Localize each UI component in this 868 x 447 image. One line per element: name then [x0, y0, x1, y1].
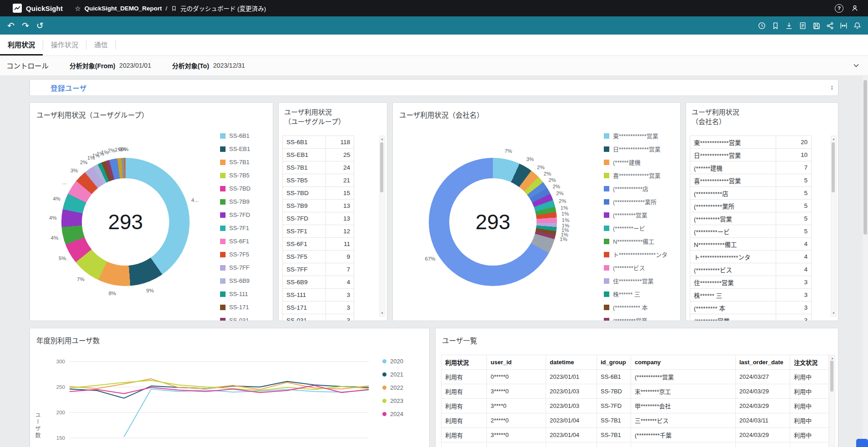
registered-users-link[interactable]: 登録ユーザ: [50, 82, 87, 93]
legend-item[interactable]: (************店: [604, 182, 679, 195]
table-row[interactable]: (***********店5: [690, 187, 812, 200]
legend-item[interactable]: (*********営業: [604, 208, 679, 221]
panel-scrollbar[interactable]: ▲: [829, 355, 835, 447]
column-header[interactable]: 注文状況: [790, 355, 829, 370]
legend-item[interactable]: ト****************ンタ: [604, 248, 679, 261]
favorite-star-icon[interactable]: ☆: [75, 5, 80, 12]
table-row[interactable]: (*********ービ5: [690, 225, 812, 238]
save-icon[interactable]: [812, 21, 821, 30]
table-row[interactable]: 利用有2*****02023/01/04SS-7B1三*******ビス2024…: [442, 413, 829, 428]
scroll-thumb[interactable]: [380, 142, 383, 192]
column-header[interactable]: datetime: [546, 355, 597, 370]
legend-item[interactable]: SS-7FF: [220, 261, 271, 274]
legend-item[interactable]: (*********営業: [604, 314, 679, 321]
redo-icon[interactable]: ↷: [22, 21, 29, 30]
table-row[interactable]: 利用有4*****02023/01/04SS-6B1(*****ムラ2024/0…: [442, 442, 829, 447]
legend-item[interactable]: N***********備工: [604, 235, 679, 248]
table-row[interactable]: SS-1113: [283, 289, 354, 301]
donut-ring[interactable]: [61, 158, 190, 286]
legend-item[interactable]: SS-EB1: [220, 142, 271, 156]
legend-item[interactable]: (*********** 本: [604, 301, 679, 314]
scroll-up-arrow[interactable]: ▲: [830, 357, 835, 360]
legend-item[interactable]: SS-7F5: [220, 248, 271, 261]
table-row[interactable]: SS-1713: [283, 301, 354, 314]
tab-operation[interactable]: 操作状況: [43, 35, 86, 55]
legend-item[interactable]: SS-111: [220, 287, 271, 301]
reset-icon[interactable]: ↺: [36, 21, 44, 30]
legend-item[interactable]: SS-7B9: [220, 195, 271, 208]
fit-width-icon[interactable]: [839, 21, 848, 30]
table-row[interactable]: SS-7B124: [283, 161, 354, 174]
legend-item[interactable]: SS-7B5: [220, 169, 271, 182]
legend-item[interactable]: SS-7F1: [220, 221, 271, 235]
table-row[interactable]: SS-7FF7: [283, 263, 354, 276]
resize-handle-icon[interactable]: ▲▼: [831, 85, 833, 90]
legend-item[interactable]: 喜*************営業: [604, 169, 679, 182]
table-row[interactable]: 利用有3****02023/01/03SS-7FD甲********会社2024…: [442, 399, 829, 413]
report-name[interactable]: QuickSight_DEMO_Report: [85, 5, 162, 12]
line-chart[interactable]: 150200250300: [30, 328, 429, 447]
column-header[interactable]: 利用状況: [442, 355, 487, 370]
history-icon[interactable]: [758, 21, 766, 30]
legend-item[interactable]: (*************業所: [604, 195, 679, 208]
scroll-thumb[interactable]: [832, 142, 835, 192]
tab-usage[interactable]: 利用状況: [0, 35, 43, 55]
table-row[interactable]: 喜************営業5: [690, 174, 812, 187]
page-scroll-thumb[interactable]: [863, 80, 867, 235]
scroll-thumb[interactable]: [830, 361, 833, 392]
scroll-down-arrow[interactable]: ▼: [380, 311, 385, 315]
table-row[interactable]: SS-0313: [283, 314, 354, 321]
control-to-value[interactable]: 2023/12/31: [213, 62, 245, 69]
table-row[interactable]: SS-7B913: [283, 200, 354, 212]
column-header[interactable]: company: [631, 355, 736, 370]
table-row[interactable]: 株****** 三3: [690, 289, 812, 301]
table-row[interactable]: (**********ビス4: [690, 263, 812, 276]
page-scrollbar[interactable]: [863, 75, 868, 447]
table-row[interactable]: (**********営業5: [690, 212, 812, 225]
line-series-2020[interactable]: [124, 389, 369, 437]
table-row[interactable]: 利用有3*****02023/01/03SS-7BD末********京工202…: [442, 384, 829, 399]
legend-item[interactable]: 日*************営業: [604, 142, 679, 156]
table-row[interactable]: 住*********営業3: [690, 276, 812, 289]
donut-ring[interactable]: [429, 158, 557, 286]
tab-communication[interactable]: 通信: [86, 35, 115, 55]
memo-icon[interactable]: [798, 21, 807, 30]
table-row[interactable]: SS-7B521: [283, 174, 354, 187]
column-header[interactable]: id_group: [597, 355, 631, 370]
table-row[interactable]: SS-7F59: [283, 251, 354, 263]
legend-item[interactable]: SS-7FD: [220, 208, 271, 221]
panel-scrollbar[interactable]: ▲ ▼: [379, 136, 385, 316]
legend-item[interactable]: SS-171: [220, 301, 271, 314]
legend-item[interactable]: 2021: [382, 368, 403, 381]
controls-collapse-chevron-icon[interactable]: [853, 62, 860, 69]
undo-icon[interactable]: ↶: [7, 21, 15, 30]
table-row[interactable]: 利用有3*****02023/01/04SS-7B1(**********千葉2…: [442, 428, 829, 442]
legend-item[interactable]: 2023: [382, 394, 403, 407]
legend-item[interactable]: (********ービ: [604, 221, 679, 235]
legend-item[interactable]: (******建機: [604, 156, 679, 169]
table-row[interactable]: ト****************ンタ4: [690, 251, 812, 263]
legend-item[interactable]: 2020: [382, 355, 403, 368]
panel-scrollbar[interactable]: ▲ ▼: [831, 136, 837, 316]
table-row[interactable]: SS-6B1118: [283, 136, 354, 149]
column-header[interactable]: last_order_date: [736, 355, 790, 370]
table-row[interactable]: (***********業所5: [690, 200, 812, 212]
legend-item[interactable]: 2022: [382, 381, 403, 394]
legend-item[interactable]: SS-6B1: [220, 129, 271, 142]
legend-item[interactable]: 東************営業: [604, 129, 679, 142]
legend-item[interactable]: SS-7B1: [220, 156, 271, 169]
user-icon[interactable]: [851, 4, 859, 12]
share-icon[interactable]: [826, 21, 834, 30]
table-row[interactable]: N***********備工4: [690, 238, 812, 251]
legend-item[interactable]: 住**********営業: [604, 274, 679, 287]
table-row[interactable]: SS-7FD13: [283, 212, 354, 225]
column-header[interactable]: user_id: [487, 355, 546, 370]
table-row[interactable]: SS-EB125: [283, 149, 354, 161]
legend-item[interactable]: (********ビス: [604, 261, 679, 274]
table-row[interactable]: SS-6B94: [283, 276, 354, 289]
table-row[interactable]: (*********営業3: [690, 314, 812, 321]
legend-item[interactable]: SS-6B9: [220, 274, 271, 287]
table-row[interactable]: (******建機7: [690, 161, 812, 174]
legend-item[interactable]: 2024: [382, 407, 403, 421]
table-row[interactable]: SS-7F112: [283, 225, 354, 238]
